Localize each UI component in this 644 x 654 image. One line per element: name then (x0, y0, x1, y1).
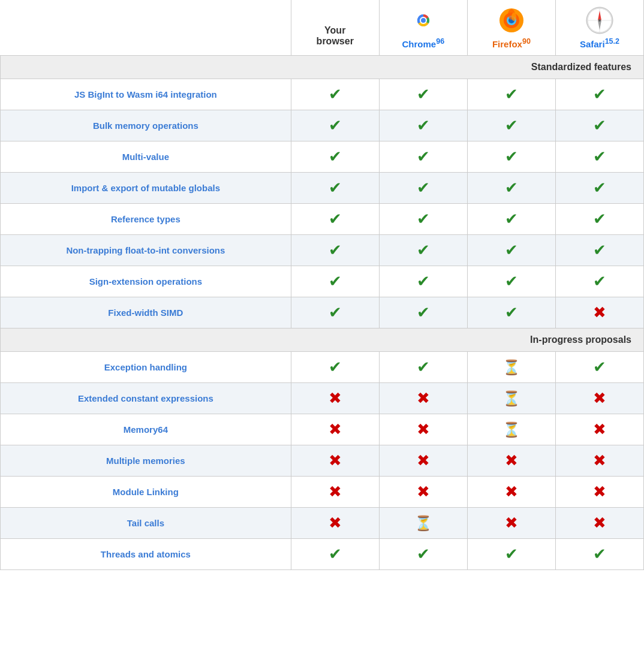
check-icon: ✔ (505, 147, 518, 165)
support-cell-2: ✔ (467, 141, 555, 173)
support-cell-3: ✔ (555, 539, 643, 570)
support-cell-2: ⏳ (467, 414, 555, 445)
check-icon: ✔ (505, 303, 518, 321)
feature-name-cell: Import & export of mutable globals (1, 173, 291, 204)
support-cell-1: ✔ (379, 204, 467, 235)
section-title-1: In-progress proposals (1, 328, 644, 352)
firefox-name: Firefox90 (492, 37, 531, 49)
support-cell-1: ✔ (379, 235, 467, 266)
table-header: Yourbrowser (1, 0, 644, 56)
feature-name-cell: Sign-extension operations (1, 266, 291, 297)
cross-icon: ✖ (417, 389, 430, 407)
support-cell-3: ✖ (555, 445, 643, 477)
table-row: Non-trapping float-to-int conversions✔✔✔… (1, 235, 644, 266)
support-cell-3: ✖ (555, 477, 643, 508)
support-cell-0: ✔ (291, 110, 379, 141)
check-icon: ✔ (505, 272, 518, 290)
feature-label: Reference types (111, 214, 180, 224)
cross-icon: ✖ (329, 420, 342, 438)
check-icon: ✔ (329, 272, 342, 290)
feature-name-cell: Fixed-width SIMD (1, 297, 291, 328)
section-title-0: Standardized features (1, 56, 644, 79)
support-cell-1: ✔ (379, 297, 467, 328)
feature-label: Multiple memories (106, 456, 185, 466)
check-icon: ✔ (417, 179, 430, 197)
support-cell-1: ✔ (379, 266, 467, 297)
check-icon: ✔ (593, 241, 606, 259)
support-cell-0: ✔ (291, 204, 379, 235)
check-icon: ✔ (329, 358, 342, 376)
feature-name-cell: Reference types (1, 204, 291, 235)
safari-name: Safari15.2 (580, 37, 619, 49)
support-cell-3: ✔ (555, 204, 643, 235)
support-cell-0: ✔ (291, 352, 379, 383)
support-cell-1: ✔ (379, 173, 467, 204)
check-icon: ✔ (417, 210, 430, 228)
support-cell-3: ✔ (555, 352, 643, 383)
support-cell-1: ✖ (379, 445, 467, 477)
cross-icon: ✖ (329, 389, 342, 407)
check-icon: ✔ (593, 358, 606, 376)
cross-icon: ✖ (505, 483, 518, 501)
table-row: Sign-extension operations✔✔✔✔ (1, 266, 644, 297)
feature-name-cell: Multi-value (1, 141, 291, 173)
support-cell-1: ✔ (379, 79, 467, 110)
support-cell-2: ✔ (467, 235, 555, 266)
check-icon: ✔ (417, 241, 430, 259)
hourglass-icon: ⏳ (502, 421, 520, 438)
support-cell-2: ✖ (467, 445, 555, 477)
cross-icon: ✖ (329, 483, 342, 501)
support-cell-0: ✖ (291, 445, 379, 477)
feature-name-cell: Threads and atomics (1, 539, 291, 570)
support-cell-0: ✔ (291, 173, 379, 204)
feature-label: Import & export of mutable globals (71, 183, 220, 193)
check-icon: ✔ (417, 147, 430, 165)
cross-icon: ✖ (417, 451, 430, 469)
check-icon: ✔ (329, 303, 342, 321)
check-icon: ✔ (417, 85, 430, 103)
table-row: Multi-value✔✔✔✔ (1, 141, 644, 173)
feature-label: Multi-value (122, 152, 169, 162)
check-icon: ✔ (329, 116, 342, 134)
cross-icon: ✖ (417, 483, 430, 501)
check-icon: ✔ (505, 85, 518, 103)
feature-label: Memory64 (124, 424, 168, 435)
check-icon: ✔ (417, 272, 430, 290)
feature-name-cell: Bulk memory operations (1, 110, 291, 141)
support-cell-2: ⏳ (467, 383, 555, 414)
table-row: Memory64✖✖⏳✖ (1, 414, 644, 445)
check-icon: ✔ (593, 147, 606, 165)
support-cell-2: ✔ (467, 79, 555, 110)
feature-name-cell: Tail calls (1, 508, 291, 539)
cross-icon: ✖ (505, 514, 518, 532)
support-cell-3: ✔ (555, 110, 643, 141)
support-cell-1: ✔ (379, 110, 467, 141)
table-row: Extended constant expressions✖✖⏳✖ (1, 383, 644, 414)
check-icon: ✔ (593, 545, 606, 563)
support-cell-2: ⏳ (467, 352, 555, 383)
chrome-icon (409, 6, 438, 35)
safari-icon (585, 6, 614, 35)
check-icon: ✔ (329, 85, 342, 103)
support-cell-0: ✔ (291, 539, 379, 570)
chrome-name: Chrome96 (402, 37, 445, 49)
svg-point-11 (511, 13, 516, 21)
support-cell-3: ✔ (555, 266, 643, 297)
cross-icon: ✖ (329, 514, 342, 532)
support-cell-3: ✔ (555, 79, 643, 110)
check-icon: ✔ (505, 210, 518, 228)
support-cell-2: ✔ (467, 266, 555, 297)
support-cell-0: ✖ (291, 383, 379, 414)
table-row: Module Linking✖✖✖✖ (1, 477, 644, 508)
support-cell-1: ✔ (379, 141, 467, 173)
support-cell-0: ✔ (291, 297, 379, 328)
table-row: Reference types✔✔✔✔ (1, 204, 644, 235)
feature-label: Extended constant expressions (78, 393, 213, 403)
cross-icon: ✖ (593, 303, 606, 321)
support-cell-1: ⏳ (379, 508, 467, 539)
cross-icon: ✖ (329, 451, 342, 469)
support-cell-3: ✖ (555, 414, 643, 445)
feature-name-cell: Memory64 (1, 414, 291, 445)
support-cell-3: ✔ (555, 173, 643, 204)
check-icon: ✔ (329, 147, 342, 165)
